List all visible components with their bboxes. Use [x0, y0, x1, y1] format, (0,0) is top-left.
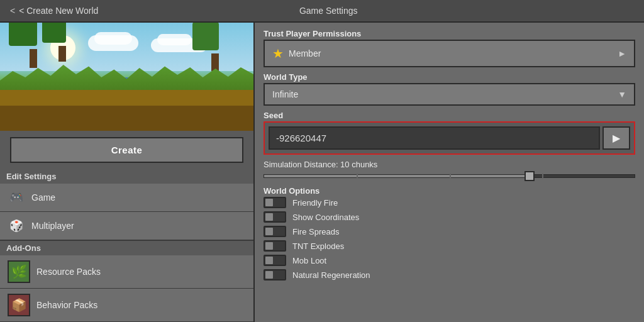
- sidebar-item-behavior-packs[interactable]: 📦 Behavior Packs: [0, 289, 253, 322]
- seed-generate-icon: ▶: [613, 132, 620, 144]
- toggle-show-coordinates[interactable]: [264, 211, 286, 223]
- addons-header: Add-Ons: [0, 240, 253, 255]
- world-options-section: World Options Friendly Fire Show Coordin…: [264, 186, 635, 280]
- world-type-section: World Type Infinite ▼: [264, 72, 635, 106]
- mob-loot-label: Mob Loot: [292, 256, 326, 265]
- behavior-packs-icon: 📦: [8, 294, 30, 316]
- seed-section: Seed ▶: [264, 111, 635, 155]
- trust-permissions-section: Trust Player Permissions ★ Member ►: [264, 29, 635, 67]
- resource-packs-label: Resource Packs: [36, 267, 101, 277]
- trust-permissions-button[interactable]: ★ Member ►: [264, 40, 635, 67]
- natural-regeneration-label: Natural Regeneration: [292, 270, 370, 280]
- back-label: < Create New World: [19, 6, 98, 16]
- option-friendly-fire: Friendly Fire: [264, 197, 635, 208]
- slider-thumb[interactable]: [525, 171, 535, 181]
- page-title: Game Settings: [299, 6, 358, 16]
- behavior-packs-label: Behavior Packs: [36, 300, 97, 310]
- create-btn-area: Create: [0, 131, 253, 169]
- toggle-fire-spreads[interactable]: [264, 226, 286, 237]
- star-icon: ★: [272, 46, 284, 61]
- right-panel: Trust Player Permissions ★ Member ► Worl…: [255, 23, 644, 322]
- option-fire-spreads: Fire Spreads: [264, 226, 635, 237]
- game-label: Game: [31, 192, 55, 203]
- friendly-fire-label: Friendly Fire: [292, 198, 338, 208]
- edit-settings-header: Edit Settings: [0, 169, 253, 184]
- tnt-explodes-label: TNT Explodes: [292, 242, 344, 251]
- show-coordinates-label: Show Coordinates: [292, 213, 359, 222]
- simulation-section: Simulation Distance: 10 chunks: [264, 160, 635, 181]
- seed-container: ▶: [264, 121, 635, 155]
- dropdown-arrow-icon: ▼: [618, 89, 626, 99]
- multiplayer-label: Multiplayer: [31, 221, 74, 231]
- fire-spreads-label: Fire Spreads: [292, 227, 339, 236]
- seed-title: Seed: [264, 111, 635, 120]
- toggle-mob-loot[interactable]: [264, 255, 286, 266]
- seed-generate-button[interactable]: ▶: [602, 126, 630, 150]
- slider-tick-2: [450, 173, 451, 179]
- game-icon: 🎮: [8, 189, 25, 206]
- sidebar-item-multiplayer[interactable]: 🎲 Multiplayer: [0, 212, 253, 240]
- main-content: Create Edit Settings 🎮 Game 🎲 Multiplaye…: [0, 23, 644, 322]
- world-preview: [0, 23, 253, 131]
- toggle-natural-regeneration[interactable]: [264, 269, 286, 280]
- multiplayer-icon: 🎲: [8, 217, 25, 235]
- title-bar: < < Create New World Game Settings: [0, 0, 644, 23]
- member-label: Member: [289, 48, 321, 58]
- option-tnt-explodes: TNT Explodes: [264, 240, 635, 252]
- world-options-grid: Friendly Fire Show Coordinates Fire Spre…: [264, 197, 635, 280]
- world-options-title: World Options: [264, 186, 635, 196]
- slider-tick-1: [357, 173, 358, 179]
- simulation-slider[interactable]: [264, 171, 635, 181]
- chevron-left-icon: <: [10, 6, 15, 16]
- option-natural-regeneration: Natural Regeneration: [264, 269, 635, 280]
- simulation-label: Simulation Distance: 10 chunks: [264, 160, 635, 169]
- resource-packs-icon: 🌿: [8, 260, 30, 283]
- left-panel: Create Edit Settings 🎮 Game 🎲 Multiplaye…: [0, 23, 255, 322]
- option-show-coordinates: Show Coordinates: [264, 211, 635, 223]
- seed-input[interactable]: [269, 126, 600, 150]
- world-type-title: World Type: [264, 72, 635, 82]
- world-type-value: Infinite: [272, 89, 298, 99]
- back-button[interactable]: < < Create New World: [10, 6, 98, 16]
- trust-permissions-title: Trust Player Permissions: [264, 29, 635, 38]
- toggle-knob: [265, 199, 273, 206]
- slider-tick-3: [542, 173, 543, 179]
- option-mob-loot: Mob Loot: [264, 255, 635, 266]
- toggle-friendly-fire[interactable]: [264, 197, 286, 208]
- chevron-right-icon: ►: [618, 48, 626, 58]
- sidebar-item-game[interactable]: 🎮 Game: [0, 184, 253, 212]
- toggle-tnt-explodes[interactable]: [264, 240, 286, 252]
- sidebar-item-resource-packs[interactable]: 🌿 Resource Packs: [0, 255, 253, 289]
- world-type-dropdown[interactable]: Infinite ▼: [264, 83, 635, 106]
- create-button[interactable]: Create: [10, 137, 243, 163]
